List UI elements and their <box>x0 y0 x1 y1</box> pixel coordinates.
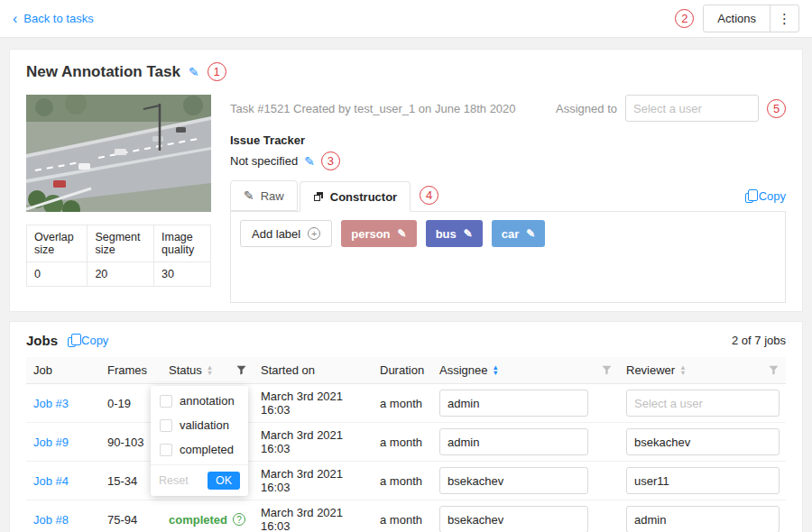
copy-labels-label: Copy <box>759 189 786 203</box>
edit-label-icon[interactable]: ✎ <box>526 228 535 239</box>
job-link[interactable]: Job #4 <box>33 474 69 488</box>
reviewer-input[interactable] <box>626 506 780 532</box>
param-header-quality: Image quality <box>154 225 211 262</box>
label-chip-bus-name: bus <box>436 227 457 241</box>
assignee-input[interactable] <box>439 390 588 417</box>
job-duration: a month <box>373 500 432 532</box>
task-details-card: New Annotation Task ✎ 1 <box>9 49 803 312</box>
checkbox-icon[interactable] <box>160 444 172 456</box>
label-chip-person[interactable]: person ✎ <box>341 220 416 247</box>
actions-label: Actions <box>717 12 756 25</box>
cvat-task-page: { "icons": { "back": "‹", "edit": "✎", "… <box>0 0 812 532</box>
edit-title-icon[interactable]: ✎ <box>189 66 199 78</box>
task-title: New Annotation Task <box>26 63 180 81</box>
assignee-input[interactable] <box>439 506 588 532</box>
jobs-title: Jobs <box>26 333 58 348</box>
block-icon <box>313 191 324 202</box>
assignee-input[interactable] <box>439 428 588 455</box>
issue-tracker-value-row: Not specified ✎ 3 <box>230 151 786 170</box>
column-header-job: Job <box>26 357 100 384</box>
filter-option-completed[interactable]: completed <box>151 437 248 462</box>
status-filter-dropdown: annotation validation completed Reset OK <box>151 386 248 496</box>
sort-carets-icon[interactable]: ▲▼ <box>679 365 686 375</box>
edit-label-icon[interactable]: ✎ <box>398 228 407 239</box>
annotation-mark-2: 2 <box>675 9 694 28</box>
column-header-duration: Duration <box>373 357 432 384</box>
pencil-icon: ✎ <box>244 189 254 202</box>
job-row-8: Job #8 75-94 completed ? March 3rd 2021 … <box>26 500 786 532</box>
filter-funnel-icon-reviewer[interactable] <box>769 365 779 375</box>
filter-option-label: annotation <box>180 394 235 408</box>
actions-button[interactable]: Actions <box>704 5 770 32</box>
column-header-started: Started on <box>254 357 373 384</box>
status-header-label: Status <box>169 363 202 377</box>
status-text: completed <box>169 513 227 527</box>
filter-option-label: validation <box>180 418 229 432</box>
help-circle-icon[interactable]: ? <box>233 513 245 526</box>
assigned-to-group: Assigned to 5 <box>556 95 786 122</box>
task-preview-image <box>26 95 211 212</box>
copy-jobs-link[interactable]: Copy <box>68 334 108 347</box>
copy-labels-link[interactable]: Copy <box>745 189 786 203</box>
column-header-reviewer[interactable]: Reviewer ▲▼ <box>619 357 786 384</box>
job-link[interactable]: Job #3 <box>33 397 69 410</box>
column-header-status[interactable]: Status ▲▼ <box>161 357 254 384</box>
issue-tracker-block: Issue Tracker Not specified ✎ 3 <box>230 133 786 170</box>
edit-issue-tracker-icon[interactable]: ✎ <box>304 155 315 168</box>
add-label-button[interactable]: Add label + <box>240 220 332 247</box>
column-header-assignee[interactable]: Assignee ▲▼ <box>432 357 619 384</box>
issue-tracker-value: Not specified <box>230 154 298 168</box>
label-chip-bus[interactable]: bus ✎ <box>426 220 483 247</box>
annotation-mark-4: 4 <box>420 186 438 205</box>
sort-carets-icon-active[interactable]: ▲▼ <box>492 365 498 375</box>
param-header-segment: Segment size <box>88 225 154 262</box>
job-row-4: Job #4 15-34 March 3rd 2021 16:03 a mont… <box>26 462 786 500</box>
task-preview-column: Overlap size Segment size Image quality … <box>26 95 211 287</box>
tab-constructor[interactable]: Constructor <box>300 181 411 212</box>
copy-icon <box>745 193 753 203</box>
job-link[interactable]: Job #8 <box>33 513 69 527</box>
filter-option-validation[interactable]: validation <box>151 413 248 437</box>
task-info-column: Task #1521 Created by test_user_1 on Jun… <box>230 95 786 303</box>
job-link[interactable]: Job #9 <box>33 436 69 449</box>
actions-button-group: Actions ⋮ <box>703 5 799 32</box>
labels-tabs-row: ✎ Raw Constructor 4 Copy <box>230 180 786 211</box>
jobs-count: 2 of 7 jobs <box>732 334 786 347</box>
checkbox-icon[interactable] <box>160 395 172 408</box>
assignee-input[interactable] <box>439 467 588 494</box>
task-meta: Task #1521 Created by test_user_1 on Jun… <box>230 102 516 115</box>
job-started: March 3rd 2021 16:03 <box>254 462 373 500</box>
job-duration: a month <box>373 462 432 500</box>
filter-option-annotation[interactable]: annotation <box>151 389 248 413</box>
filter-ok-button[interactable]: OK <box>208 472 240 490</box>
topbar-right: 2 Actions ⋮ <box>675 5 799 32</box>
filter-funnel-icon-status[interactable] <box>236 365 246 375</box>
plus-circle-icon: + <box>308 227 320 240</box>
tab-raw[interactable]: ✎ Raw <box>230 180 298 211</box>
actions-menu-button[interactable]: ⋮ <box>770 5 798 32</box>
checkbox-icon[interactable] <box>160 419 172 432</box>
add-label-text: Add label <box>252 227 300 241</box>
reviewer-input[interactable] <box>626 390 780 417</box>
jobs-card: Jobs Copy 2 of 7 jobs Job Frames Status … <box>9 321 803 532</box>
filter-option-label: completed <box>180 443 234 456</box>
assigned-to-label: Assigned to <box>556 102 617 115</box>
label-chip-car[interactable]: car ✎ <box>492 220 546 247</box>
filter-funnel-icon-assignee[interactable] <box>602 365 612 375</box>
edit-label-icon[interactable]: ✎ <box>464 228 473 239</box>
back-to-tasks-link[interactable]: ‹ Back to tasks <box>13 12 94 26</box>
label-chip-car-name: car <box>502 227 520 241</box>
filter-reset-button[interactable]: Reset <box>159 474 189 487</box>
reviewer-input[interactable] <box>626 467 780 494</box>
filter-footer: Reset OK <box>151 464 248 496</box>
job-started: March 3rd 2021 16:03 <box>254 384 373 423</box>
assigned-to-input[interactable] <box>625 95 759 122</box>
label-chip-person-name: person <box>351 227 390 241</box>
labels-constructor-panel: Add label + person ✎ bus ✎ car ✎ <box>230 211 786 303</box>
annotation-mark-3: 3 <box>321 151 340 170</box>
tab-constructor-label: Constructor <box>330 190 397 204</box>
jobs-header: Jobs Copy 2 of 7 jobs <box>26 333 786 348</box>
job-started: March 3rd 2021 16:03 <box>254 423 373 462</box>
reviewer-input[interactable] <box>626 428 780 455</box>
sort-carets-icon[interactable]: ▲▼ <box>207 365 213 375</box>
